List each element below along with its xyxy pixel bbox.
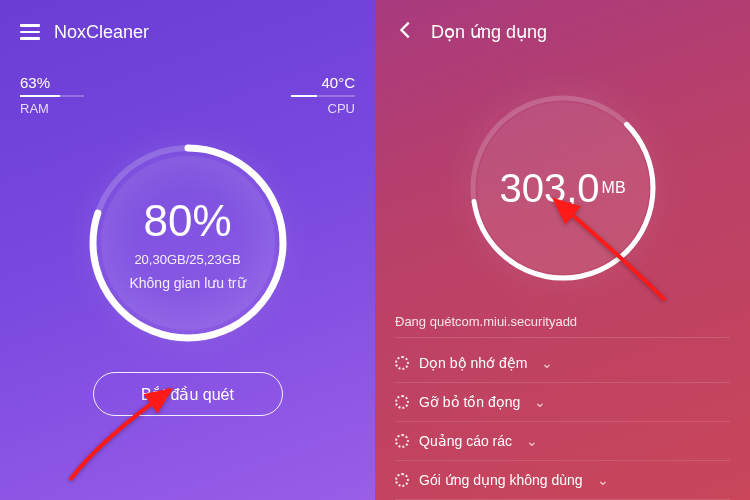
menu-icon[interactable] (20, 24, 40, 40)
scan-ring: 303,0MB (463, 88, 663, 288)
scan-ring-inner: 303,0MB (477, 102, 649, 274)
ram-value: 63% (20, 74, 84, 91)
back-icon[interactable] (395, 19, 417, 45)
start-scan-label: Bắt đầu quét (141, 385, 234, 404)
screen-title: Dọn ứng dụng (431, 21, 547, 43)
storage-ring[interactable]: 80% 20,30GB/25,23GB Không gian lưu trữ (83, 138, 293, 348)
chevron-down-icon: ⌄ (541, 355, 553, 371)
scan-size-unit: MB (602, 179, 626, 197)
storage-ring-wrap: 80% 20,30GB/25,23GB Không gian lưu trữ (20, 138, 355, 348)
clean-item-label: Dọn bộ nhớ đệm (419, 355, 527, 371)
clean-item-label: Quảng cáo rác (419, 433, 512, 449)
ram-stat[interactable]: 63% RAM (20, 74, 84, 116)
header-left: NoxCleaner (20, 18, 355, 46)
clean-item[interactable]: Quảng cáo rác⌄ (395, 422, 730, 461)
app-title: NoxCleaner (54, 22, 149, 43)
clean-item-label: Gói ứng dụng không dùng (419, 472, 583, 488)
clean-item[interactable]: Gỡ bỏ tồn đọng⌄ (395, 383, 730, 422)
storage-label: Không gian lưu trữ (129, 275, 245, 291)
chevron-down-icon: ⌄ (597, 472, 609, 488)
ram-label: RAM (20, 101, 84, 116)
loading-spinner-icon (395, 434, 409, 448)
loading-spinner-icon (395, 356, 409, 370)
scan-status: Đang quétcom.miui.securityadd (395, 314, 730, 338)
clean-item-label: Gỡ bỏ tồn đọng (419, 394, 520, 410)
chevron-down-icon: ⌄ (526, 433, 538, 449)
header-right: Dọn ứng dụng (395, 18, 730, 46)
scan-size-value: 303,0 (499, 166, 599, 211)
chevron-down-icon: ⌄ (534, 394, 546, 410)
noxcleaner-main-screen: NoxCleaner 63% RAM 40°C CPU 80% 20,30GB/… (0, 0, 375, 500)
loading-spinner-icon (395, 473, 409, 487)
scan-ring-wrap: 303,0MB (395, 68, 730, 288)
clean-item[interactable]: Dọn bộ nhớ đệm⌄ (395, 344, 730, 383)
storage-ratio: 20,30GB/25,23GB (134, 252, 240, 267)
start-scan-button[interactable]: Bắt đầu quét (93, 372, 283, 416)
clean-apps-screen: Dọn ứng dụng 303,0MB Đang quétcom.miui.s… (375, 0, 750, 500)
storage-ring-inner: 80% 20,30GB/25,23GB Không gian lưu trữ (101, 156, 275, 330)
clean-item[interactable]: Gói ứng dụng không dùng⌄ (395, 461, 730, 500)
clean-item-list[interactable]: Dọn bộ nhớ đệm⌄Gỡ bỏ tồn đọng⌄Quảng cáo … (395, 344, 730, 500)
cpu-stat[interactable]: 40°C CPU (291, 74, 355, 116)
cpu-label: CPU (328, 101, 355, 116)
cpu-value: 40°C (321, 74, 355, 91)
storage-percent: 80% (143, 196, 231, 246)
stats-row: 63% RAM 40°C CPU (20, 74, 355, 116)
loading-spinner-icon (395, 395, 409, 409)
